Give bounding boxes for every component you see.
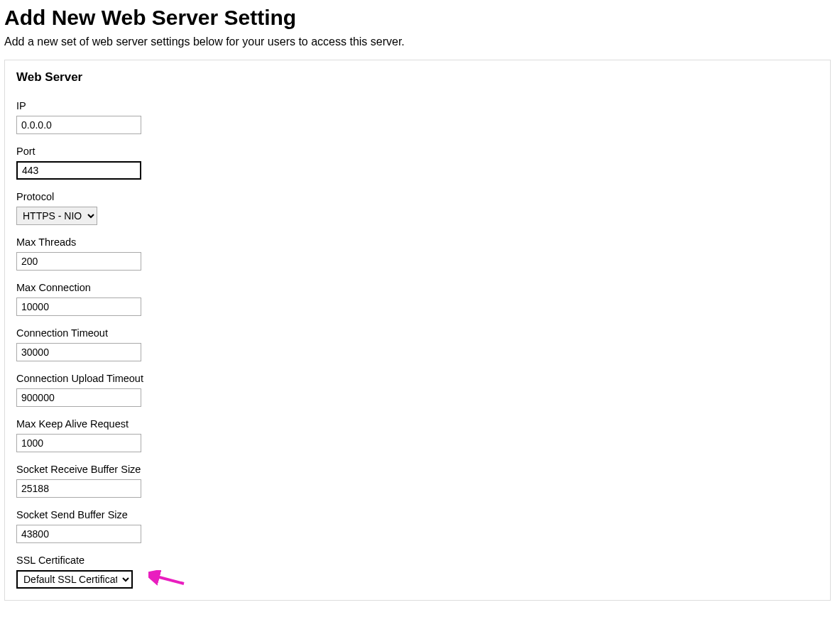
field-ssl-certificate: SSL Certificate Default SSL Certificate — [16, 555, 819, 589]
svg-line-1 — [154, 576, 184, 584]
arrow-annotation-icon — [148, 570, 187, 587]
page-subtitle: Add a new set of web server settings bel… — [4, 36, 831, 48]
select-ssl-certificate[interactable]: Default SSL Certificate — [16, 570, 133, 589]
field-connection-upload-timeout: Connection Upload Timeout — [16, 373, 819, 407]
input-max-threads[interactable] — [16, 252, 141, 271]
field-ip: IP — [16, 100, 819, 134]
web-server-panel: Web Server IP Port Protocol HTTPS - NIO … — [4, 60, 831, 601]
input-port[interactable] — [16, 161, 141, 180]
field-max-threads: Max Threads — [16, 236, 819, 271]
label-max-connection: Max Connection — [16, 282, 819, 293]
field-connection-timeout: Connection Timeout — [16, 327, 819, 361]
field-socket-send-buffer-size: Socket Send Buffer Size — [16, 509, 819, 543]
label-max-threads: Max Threads — [16, 236, 819, 248]
label-connection-timeout: Connection Timeout — [16, 327, 819, 339]
label-socket-receive-buffer-size: Socket Receive Buffer Size — [16, 464, 819, 475]
input-ip[interactable] — [16, 116, 141, 134]
input-connection-upload-timeout[interactable] — [16, 388, 141, 407]
field-max-connection: Max Connection — [16, 282, 819, 316]
label-ip: IP — [16, 100, 819, 111]
select-protocol[interactable]: HTTPS - NIO — [16, 207, 97, 225]
input-connection-timeout[interactable] — [16, 343, 141, 361]
field-max-keep-alive-request: Max Keep Alive Request — [16, 418, 819, 452]
input-socket-receive-buffer-size[interactable] — [16, 479, 141, 498]
label-max-keep-alive-request: Max Keep Alive Request — [16, 418, 819, 430]
label-connection-upload-timeout: Connection Upload Timeout — [16, 373, 819, 384]
label-port: Port — [16, 146, 819, 157]
input-max-connection[interactable] — [16, 298, 141, 316]
page-title: Add New Web Server Setting — [4, 6, 831, 30]
label-ssl-certificate: SSL Certificate — [16, 555, 819, 566]
label-socket-send-buffer-size: Socket Send Buffer Size — [16, 509, 819, 520]
label-protocol: Protocol — [16, 191, 819, 202]
field-protocol: Protocol HTTPS - NIO — [16, 191, 819, 225]
field-socket-receive-buffer-size: Socket Receive Buffer Size — [16, 464, 819, 498]
field-port: Port — [16, 146, 819, 180]
input-socket-send-buffer-size[interactable] — [16, 525, 141, 543]
input-max-keep-alive-request[interactable] — [16, 434, 141, 452]
panel-title: Web Server — [16, 70, 819, 84]
